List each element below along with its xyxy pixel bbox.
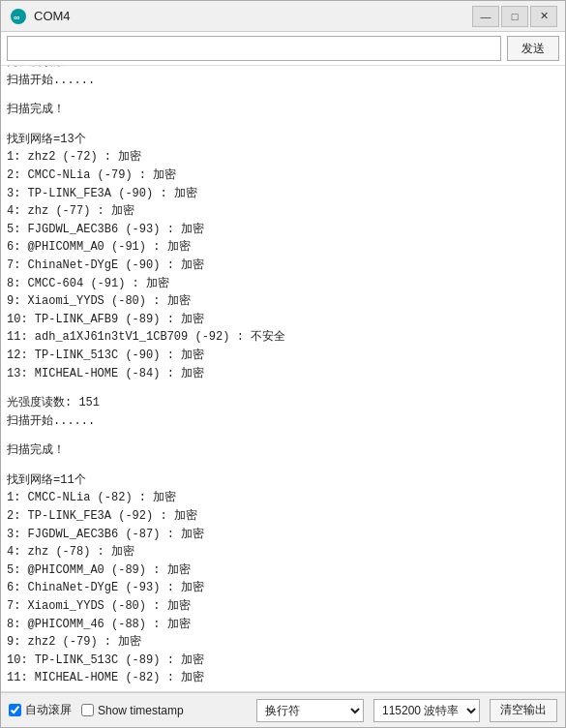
output-line: 5: FJGDWL_AEC3B6 (-93) : 加密 <box>7 221 559 239</box>
output-line <box>7 89 559 101</box>
auto-scroll-input[interactable] <box>9 704 21 716</box>
output-line <box>7 119 559 131</box>
serial-output: 光强度读数: 178扫描开始...... 扫描完成！ 找到网络=13个1: zh… <box>1 66 565 692</box>
line-ending-select[interactable]: 换行符 No line ending Newline Carriage retu… <box>256 699 364 722</box>
output-line: 9: zhz2 (-79) : 加密 <box>7 633 559 652</box>
output-line: 找到网络=13个 <box>7 131 559 149</box>
arduino-icon: ∞ <box>9 7 28 26</box>
output-line: 11: adh_a1XJ61n3tV1_1CB709 (-92) : 不安全 <box>7 328 559 347</box>
main-window: ∞ COM4 — □ ✕ 发送 光强度读数: 178扫描开始...... 扫描完… <box>0 0 566 728</box>
output-line: 5: @PHICOMM_A0 (-89) : 加密 <box>7 561 559 580</box>
output-line: 10: TP-LINK_AFB9 (-89) : 加密 <box>7 311 559 329</box>
output-line: 扫描开始...... <box>7 72 559 90</box>
output-line: 4: zhz (-77) : 加密 <box>7 202 559 221</box>
output-line: 4: zhz (-78) : 加密 <box>7 543 559 561</box>
output-line: 6: @PHICOMM_A0 (-91) : 加密 <box>7 238 559 257</box>
output-line: 3: TP-LINK_FE3A (-90) : 加密 <box>7 185 559 203</box>
window-title: COM4 <box>34 9 472 23</box>
output-line: 10: TP-LINK_513C (-89) : 加密 <box>7 652 559 670</box>
output-line: 8: @PHICOMM_46 (-88) : 加密 <box>7 616 559 634</box>
output-line <box>7 430 559 441</box>
output-line: 1: zhz2 (-72) : 加密 <box>7 148 559 167</box>
timestamp-checkbox[interactable]: Show timestamp <box>81 704 184 717</box>
output-line: 3: FJGDWL_AEC3B6 (-87) : 加密 <box>7 526 559 544</box>
send-button[interactable]: 发送 <box>507 36 559 61</box>
output-line: 光强度读数: 151 <box>7 394 559 412</box>
output-line: 1: CMCC-NLia (-82) : 加密 <box>7 489 559 507</box>
svg-text:∞: ∞ <box>14 13 20 22</box>
output-line: 找到网络=11个 <box>7 471 559 490</box>
output-line: 13: MICHEAL-HOME (-84) : 加密 <box>7 365 559 383</box>
output-line <box>7 460 559 471</box>
toolbar: 发送 <box>1 32 565 66</box>
output-line: 12: TP-LINK_513C (-90) : 加密 <box>7 347 559 365</box>
output-line: 8: CMCC-604 (-91) : 加密 <box>7 275 559 293</box>
output-line: 11: MICHEAL-HOME (-82) : 加密 <box>7 669 559 687</box>
output-line: 7: ChinaNet-DYgE (-90) : 加密 <box>7 257 559 275</box>
output-line: 2: TP-LINK_FE3A (-92) : 加密 <box>7 507 559 526</box>
serial-input[interactable] <box>7 36 501 61</box>
auto-scroll-label: 自动滚屏 <box>25 702 72 718</box>
output-line <box>7 382 559 394</box>
output-line: 扫描完成！ <box>7 101 559 119</box>
close-button[interactable]: ✕ <box>530 6 557 27</box>
title-bar: ∞ COM4 — □ ✕ <box>1 1 565 32</box>
maximize-button[interactable]: □ <box>501 6 528 27</box>
auto-scroll-checkbox[interactable]: 自动滚屏 <box>9 702 72 718</box>
minimize-button[interactable]: — <box>472 6 499 27</box>
status-bar: 自动滚屏 Show timestamp 换行符 No line ending N… <box>1 692 565 727</box>
output-line: 9: Xiaomi_YYDS (-80) : 加密 <box>7 292 559 311</box>
timestamp-input[interactable] <box>81 704 94 716</box>
output-line: 扫描开始...... <box>7 412 559 431</box>
output-line: 7: Xiaomi_YYDS (-80) : 加密 <box>7 597 559 616</box>
window-controls: — □ ✕ <box>472 6 557 27</box>
output-line: 6: ChinaNet-DYgE (-93) : 加密 <box>7 579 559 597</box>
timestamp-label: Show timestamp <box>98 704 184 717</box>
output-line: 扫描完成！ <box>7 441 559 460</box>
clear-button[interactable]: 清空输出 <box>490 699 557 722</box>
output-line: 2: CMCC-NLia (-79) : 加密 <box>7 167 559 185</box>
baud-rate-select[interactable]: 115200 波特率 300 1200 2400 4800 9600 19200… <box>373 699 480 722</box>
